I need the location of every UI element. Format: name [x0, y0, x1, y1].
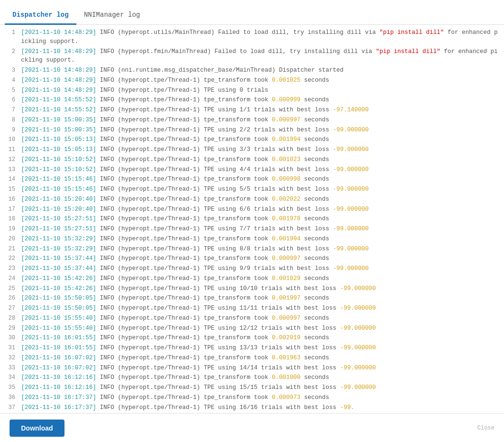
log-text: [2021-11-10 15:37:44] INFO (hyperopt.tpe…	[21, 254, 500, 263]
log-number: -99.000000	[333, 186, 369, 193]
line-number: 14	[4, 175, 21, 183]
log-number: 0.001000	[272, 374, 300, 381]
line-number: 36	[4, 393, 21, 402]
timestamp: [2021-11-10 14:48:29]	[21, 29, 97, 36]
line-number: 31	[4, 344, 21, 352]
tab-nnimanager[interactable]: NNIManager log	[76, 6, 148, 25]
log-info: INFO (hyperopt.tpe/Thread-1) tpe_transfo…	[97, 236, 272, 242]
timestamp: [2021-11-10 14:48:29]	[21, 67, 97, 74]
log-line: 1[2021-11-10 14:48:29] INFO (hyperopt.ut…	[0, 28, 504, 47]
log-tail: seconds	[300, 156, 329, 163]
log-number: 0.001029	[272, 275, 300, 282]
line-number: 4	[4, 76, 21, 85]
timestamp: [2021-11-10 15:37:44]	[21, 265, 97, 272]
log-text: [2021-11-10 15:27:51] INFO (hyperopt.tpe…	[21, 225, 500, 234]
log-line: 3[2021-11-10 14:48:29] INFO (nni.runtime…	[0, 65, 504, 75]
log-container[interactable]: 1[2021-11-10 14:48:29] INFO (hyperopt.ut…	[0, 25, 504, 413]
log-line: 17[2021-11-10 15:20:40] INFO (hyperopt.t…	[0, 205, 504, 215]
footer-right: Close	[477, 425, 494, 431]
log-info: INFO (hyperopt.tpe/Thread-1) tpe_transfo…	[97, 394, 272, 401]
line-number: 19	[4, 225, 21, 233]
log-number: 0.002019	[272, 334, 300, 341]
line-number: 8	[4, 116, 21, 124]
timestamp: [2021-11-10 16:17:37]	[21, 404, 97, 411]
log-info: INFO (hyperopt.tpe/Thread-1) TPE using 3…	[97, 146, 333, 153]
line-number: 1	[4, 28, 21, 37]
log-info: INFO (hyperopt.tpe/Thread-1) tpe_transfo…	[97, 355, 272, 361]
log-info: INFO (hyperopt.tpe/Thread-1) TPE using 1…	[97, 305, 340, 312]
log-info: INFO (hyperopt.tpe/Thread-1) tpe_transfo…	[97, 216, 272, 222]
timestamp: [2021-11-10 16:01:55]	[21, 345, 97, 351]
log-info: INFO (hyperopt.tpe/Thread-1) tpe_transfo…	[97, 255, 272, 262]
line-number: 30	[4, 334, 21, 342]
timestamp: [2021-11-10 15:42:26]	[21, 275, 97, 282]
log-text: [2021-11-10 15:00:35] INFO (hyperopt.tpe…	[21, 126, 500, 135]
timestamp: [2021-11-10 15:15:46]	[21, 186, 97, 193]
log-info: INFO (hyperopt.tpe/Thread-1) tpe_transfo…	[97, 156, 272, 163]
log-tail: seconds	[300, 236, 329, 242]
log-text: [2021-11-10 14:48:29] INFO (nni.runtime.…	[21, 66, 500, 75]
timestamp: [2021-11-10 16:12:16]	[21, 374, 97, 381]
line-number: 28	[4, 314, 21, 323]
line-number: 34	[4, 373, 21, 382]
log-line: 2[2021-11-10 14:48:29] INFO (hyperopt.fm…	[0, 47, 504, 66]
log-line: 9[2021-11-10 15:00:35] INFO (hyperopt.tp…	[0, 125, 504, 135]
log-text: [2021-11-10 15:05:13] INFO (hyperopt.tpe…	[21, 145, 500, 154]
log-text: [2021-11-10 14:48:29] INFO (hyperopt.fmi…	[21, 47, 500, 65]
timestamp: [2021-11-10 15:00:35]	[21, 127, 97, 133]
log-line: 30[2021-11-10 16:01:55] INFO (hyperopt.t…	[0, 333, 504, 343]
line-number: 10	[4, 135, 21, 144]
log-text: [2021-11-10 15:00:35] INFO (hyperopt.tpe…	[21, 116, 500, 125]
timestamp: [2021-11-10 15:50:05]	[21, 305, 97, 312]
log-number: -99.000000	[340, 325, 376, 332]
log-info: INFO (hyperopt.utils/MainThread) Failed …	[97, 29, 380, 36]
timestamp: [2021-11-10 14:48:29]	[21, 87, 97, 94]
line-number: 33	[4, 364, 21, 372]
line-number: 13	[4, 165, 21, 174]
log-tail: seconds	[300, 374, 329, 381]
download-button[interactable]: Download	[10, 420, 64, 437]
log-text: [2021-11-10 16:12:16] INFO (hyperopt.tpe…	[21, 373, 500, 382]
log-text: [2021-11-10 14:48:29] INFO (hyperopt.tpe…	[21, 86, 500, 95]
log-text: [2021-11-10 14:48:29] INFO (hyperopt.tpe…	[21, 76, 500, 85]
log-line: 16[2021-11-10 15:20:40] INFO (hyperopt.t…	[0, 194, 504, 205]
log-line: 21[2021-11-10 15:32:29] INFO (hyperopt.t…	[0, 244, 504, 254]
log-info: INFO (hyperopt.tpe/Thread-1) TPE using 1…	[97, 365, 340, 371]
log-tail: seconds	[300, 394, 329, 401]
log-number: -99.000000	[333, 206, 369, 213]
log-text: [2021-11-10 16:17:37] INFO (hyperopt.tpe…	[21, 403, 500, 412]
log-info: INFO (hyperopt.tpe/Thread-1) tpe_transfo…	[97, 295, 272, 302]
log-info: INFO (hyperopt.tpe/Thread-1) TPE using 9…	[97, 265, 333, 272]
timestamp: [2021-11-10 15:05:13]	[21, 136, 97, 143]
log-text: [2021-11-10 14:55:52] INFO (hyperopt.tpe…	[21, 96, 500, 105]
log-info: INFO (hyperopt.tpe/Thread-1) tpe_transfo…	[97, 374, 272, 381]
log-text: [2021-11-10 14:55:52] INFO (hyperopt.tpe…	[21, 106, 500, 115]
log-number: -99.	[340, 404, 354, 411]
timestamp: [2021-11-10 15:00:35]	[21, 117, 97, 123]
log-number: -99.000000	[333, 226, 369, 232]
timestamp: [2021-11-10 14:55:52]	[21, 107, 97, 113]
log-line: 13[2021-11-10 15:10:52] INFO (hyperopt.t…	[0, 165, 504, 175]
log-info: INFO (hyperopt.tpe/Thread-1) TPE using 7…	[97, 226, 333, 232]
log-info: INFO (hyperopt.tpe/Thread-1) tpe_transfo…	[97, 136, 272, 143]
log-text: [2021-11-10 15:42:26] INFO (hyperopt.tpe…	[21, 274, 500, 283]
line-number: 32	[4, 354, 21, 362]
line-number: 25	[4, 284, 21, 293]
line-number: 2	[4, 47, 21, 56]
tab-dispatcher[interactable]: Dispatcher log	[5, 6, 76, 25]
log-info: INFO (hyperopt.tpe/Thread-1) TPE using 6…	[97, 206, 333, 213]
log-info: INFO (hyperopt.fmin/MainThread) Failed t…	[97, 48, 376, 55]
timestamp: [2021-11-10 14:48:29]	[21, 48, 97, 55]
line-number: 35	[4, 383, 21, 392]
log-line: 33[2021-11-10 16:07:02] INFO (hyperopt.t…	[0, 363, 504, 373]
log-line: 14[2021-11-10 15:15:46] INFO (hyperopt.t…	[0, 174, 504, 184]
log-line: 37[2021-11-10 16:17:37] INFO (hyperopt.t…	[0, 403, 504, 413]
log-number: 0.002022	[272, 196, 300, 203]
timestamp: [2021-11-10 15:55:40]	[21, 325, 97, 332]
timestamp: [2021-11-10 15:10:52]	[21, 166, 97, 173]
log-number: -99.000000	[333, 246, 369, 252]
log-info: INFO (hyperopt.tpe/Thread-1) tpe_transfo…	[97, 196, 272, 203]
log-text: [2021-11-10 15:42:26] INFO (hyperopt.tpe…	[21, 284, 500, 293]
log-line: 32[2021-11-10 16:07:02] INFO (hyperopt.t…	[0, 353, 504, 363]
log-line: 8[2021-11-10 15:00:35] INFO (hyperopt.tp…	[0, 115, 504, 125]
